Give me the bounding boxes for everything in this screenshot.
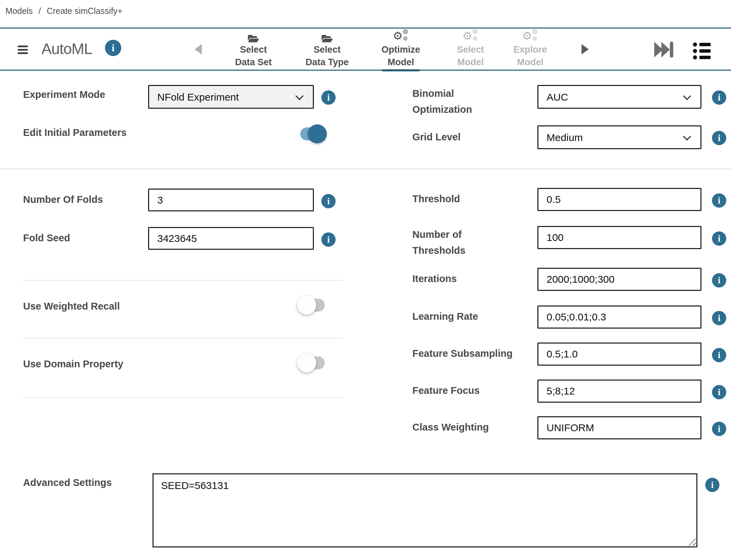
advanced-settings-label: Advanced Settings [23,475,112,490]
threshold-info-icon[interactable]: i [712,193,726,208]
class-weighting-input[interactable] [537,416,701,439]
experiment-mode-info-icon[interactable]: i [321,90,336,105]
use-weighted-recall-label: Use Weighted Recall [23,299,120,314]
advanced-settings-textarea-wrap: SEED=563131 [153,473,697,547]
next-step-icon[interactable] [582,44,589,54]
step-label: OptimizeModel [367,43,435,69]
page-title: AutoML [41,40,92,58]
use-domain-property-toggle[interactable] [300,356,325,369]
class-weighting-label: Class Weighting [412,420,489,435]
binomial-optimization-info-icon[interactable]: i [712,90,726,105]
advanced-settings-info-icon[interactable]: i [705,478,719,492]
iterations-input[interactable] [537,268,701,291]
toggle-knob [297,296,316,315]
learning-rate-label: Learning Rate [412,309,478,324]
number-of-thresholds-info-icon[interactable]: i [712,231,726,246]
grid-level-info-icon[interactable]: i [712,131,726,145]
feature-focus-info-icon[interactable]: i [712,385,726,399]
feature-focus-input[interactable] [537,380,701,403]
step-optimize-model[interactable]: ⚙⚙⚙ OptimizeModel [367,31,435,71]
binomial-optimization-select[interactable]: AUC [537,85,701,109]
threshold-input[interactable] [537,188,701,211]
breadcrumb-models-link[interactable]: Models [5,6,33,16]
breadcrumb-current-page: Create simClassify+ [47,6,122,16]
step-select-model: ⚙⚙⚙ SelectModel [436,31,504,69]
learning-rate-input[interactable] [537,305,701,329]
number-of-folds-info-icon[interactable]: i [321,194,336,208]
breadcrumb-separator: / [39,6,41,16]
step-select-data-type[interactable]: SelectData Type [293,31,361,69]
skip-to-end-icon[interactable] [654,42,674,57]
header-toolbar: AutoML i SelectData Set SelectData Type … [0,28,731,71]
folder-open-icon [293,31,361,43]
step-label: SelectData Type [293,43,361,69]
fold-seed-input[interactable] [148,227,314,250]
iterations-label: Iterations [412,271,457,286]
previous-step-icon[interactable] [195,44,202,54]
experiment-mode-select[interactable]: NFold Experiment [148,85,314,109]
left-divider [23,397,342,398]
threshold-label: Threshold [412,191,460,206]
active-step-underline [382,69,420,71]
use-weighted-recall-toggle[interactable] [300,299,325,312]
folder-open-icon [219,31,287,43]
class-weighting-info-icon[interactable]: i [712,422,726,436]
grid-level-select-wrap: Medium [537,125,701,149]
feature-subsampling-label: Feature Subsampling [412,346,513,361]
section-divider [0,168,731,170]
fold-seed-label: Fold Seed [23,230,70,245]
iterations-info-icon[interactable]: i [712,273,726,287]
experiment-mode-label: Experiment Mode [23,87,105,102]
grid-level-select[interactable]: Medium [537,125,701,149]
number-of-thresholds-input[interactable] [537,226,701,249]
gears-icon: ⚙⚙⚙ [436,31,504,43]
step-label: ExploreModel [496,43,564,69]
breadcrumb: Models / Create simClassify+ [5,6,122,16]
learning-rate-info-icon[interactable]: i [712,311,726,325]
number-of-folds-label: Number Of Folds [23,192,103,207]
automl-info-icon[interactable]: i [105,40,121,56]
binomial-optimization-label: Binomial Optimization [412,86,472,118]
edit-initial-parameters-label: Edit Initial Parameters [23,125,127,140]
menu-icon[interactable] [18,46,29,54]
feature-subsampling-input[interactable] [537,343,701,366]
step-label: SelectModel [436,43,504,69]
toggle-knob [308,124,327,143]
feature-subsampling-info-icon[interactable]: i [712,348,726,362]
fold-seed-info-icon[interactable]: i [321,232,336,247]
use-domain-property-label: Use Domain Property [23,356,123,371]
toggle-knob [297,353,316,372]
list-view-icon[interactable] [693,42,711,62]
left-divider [23,337,342,338]
gears-icon: ⚙⚙⚙ [496,31,564,43]
step-explore-model: ⚙⚙⚙ ExploreModel [496,31,564,69]
step-select-data-set[interactable]: SelectData Set [219,31,287,69]
left-divider [23,280,342,281]
number-of-thresholds-label: Number of Thresholds [412,227,465,259]
feature-focus-label: Feature Focus [412,383,480,398]
experiment-mode-select-wrap: NFold Experiment [148,85,314,109]
edit-initial-parameters-toggle[interactable] [300,127,325,140]
automl-screen: Models / Create simClassify+ AutoML i Se… [0,0,731,560]
step-label: SelectData Set [219,43,287,69]
grid-level-label: Grid Level [412,129,461,144]
gears-icon: ⚙⚙⚙ [367,31,435,43]
binomial-optimization-select-wrap: AUC [537,85,701,109]
advanced-settings-textarea[interactable]: SEED=563131 [153,473,697,547]
number-of-folds-input[interactable] [148,189,314,211]
